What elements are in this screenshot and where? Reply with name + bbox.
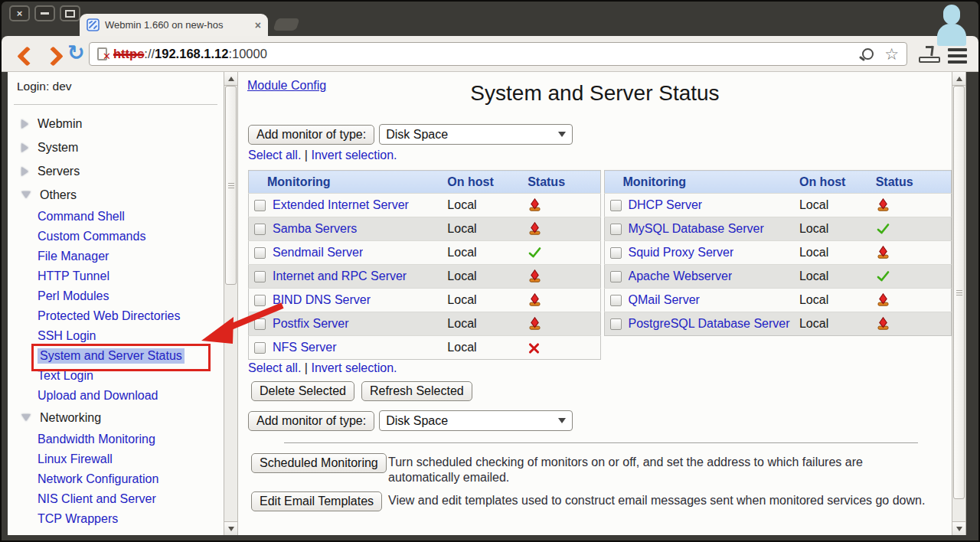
monitor-link-postgresql-database-server[interactable]: PostgreSQL Database Server — [629, 317, 790, 331]
window-close-button[interactable]: × — [9, 5, 30, 21]
row-checkbox[interactable] — [610, 247, 622, 259]
window-maximize-button[interactable] — [60, 5, 80, 21]
sidebar-category-servers[interactable]: Servers — [8, 159, 224, 183]
sidebar-item-linux-firewall[interactable]: Linux Firewall — [8, 449, 224, 469]
content-scrollbar[interactable] — [952, 72, 966, 535]
status-up-icon[interactable] — [876, 222, 890, 236]
url-port: :10000 — [228, 47, 266, 61]
sidebar-category-webmin[interactable]: Webmin — [8, 112, 224, 136]
magnifier-icon[interactable] — [862, 48, 874, 60]
scheduled-monitoring-button[interactable]: Scheduled Monitoring — [251, 453, 387, 473]
monitor-link-postfix-server[interactable]: Postfix Server — [273, 317, 349, 331]
status-down-icon[interactable] — [876, 293, 890, 307]
monitor-link-samba-servers[interactable]: Samba Servers — [273, 222, 357, 236]
sidebar-item-label: Upload and Download — [38, 389, 158, 403]
monitor-link-dhcp-server[interactable]: DHCP Server — [629, 198, 703, 212]
status-up-icon[interactable] — [528, 246, 542, 260]
row-checkbox[interactable] — [254, 247, 266, 259]
monitor-link-apache-webserver[interactable]: Apache Webserver — [629, 269, 733, 283]
monitor-link-mysql-database-server[interactable]: MySQL Database Server — [629, 222, 764, 236]
sidebar-item-bandwidth-monitoring[interactable]: Bandwidth Monitoring — [8, 429, 224, 449]
status-down-icon[interactable] — [528, 317, 542, 331]
row-checkbox[interactable] — [610, 295, 622, 306]
sidebar-item-protected-web-directories[interactable]: Protected Web Directories — [8, 306, 224, 326]
status-down-icon[interactable] — [528, 198, 542, 212]
triangle-up-icon — [228, 77, 234, 81]
table-row: Extended Internet ServerLocal — [249, 194, 601, 217]
tab-close-icon[interactable]: × — [255, 20, 261, 31]
row-checkbox[interactable] — [610, 318, 622, 330]
monitor-link-sendmail-server[interactable]: Sendmail Server — [273, 246, 363, 260]
delete-selected-button[interactable]: Delete Selected — [251, 381, 354, 401]
status-down-icon[interactable] — [876, 246, 890, 260]
sidebar-category-system[interactable]: System — [8, 136, 224, 159]
select-all-link[interactable]: Select all. — [248, 149, 301, 162]
sidebar-item-file-manager[interactable]: File Manager — [8, 247, 224, 266]
sidebar-category-others[interactable]: Others — [8, 183, 224, 207]
status-down-icon[interactable] — [528, 222, 542, 236]
sidebar-item-label: Network Configuration — [38, 472, 158, 486]
refresh-selected-button[interactable]: Refresh Selected — [361, 381, 472, 401]
scroll-down-button[interactable] — [224, 521, 237, 535]
scrollbar-thumb[interactable] — [953, 86, 965, 499]
scrollbar-thumb[interactable] — [225, 86, 237, 285]
sidebar-item-label: HTTP Tunnel — [38, 269, 109, 283]
monitor-type-select[interactable]: Disk Space — [379, 410, 573, 431]
monitor-link-nfs-server[interactable]: NFS Server — [273, 341, 337, 354]
url-bar[interactable]: ✕ https :// 192.168.1.12 :10000 ☆ — [89, 42, 907, 66]
status-down-icon[interactable] — [876, 198, 890, 212]
user-avatar[interactable] — [937, 5, 966, 46]
scroll-up-button[interactable] — [952, 72, 965, 86]
monitor-link-extended-internet-server[interactable]: Extended Internet Server — [273, 198, 409, 212]
sidebar-item-network-configuration[interactable]: Network Configuration — [8, 469, 224, 489]
status-error-icon[interactable] — [528, 342, 541, 354]
sidebar-item-tcp-wrappers[interactable]: TCP Wrappers — [8, 509, 224, 529]
sidebar-item-perl-modules[interactable]: Perl Modules — [8, 286, 224, 306]
link-separator: | — [305, 361, 308, 374]
monitor-link-squid-proxy-server[interactable]: Squid Proxy Server — [629, 246, 734, 260]
new-tab-button[interactable] — [273, 18, 299, 31]
monitor-type-select[interactable]: Disk Space — [379, 124, 573, 145]
monitor-link-internet-and-rpc-server[interactable]: Internet and RPC Server — [273, 269, 407, 283]
invert-selection-link[interactable]: Invert selection. — [311, 149, 397, 162]
sidebar-category-hardware[interactable]: Hardware — [8, 529, 224, 535]
row-checkbox[interactable] — [254, 318, 266, 330]
bookmark-star-icon[interactable]: ☆ — [884, 46, 899, 62]
sidebar-item-http-tunnel[interactable]: HTTP Tunnel — [8, 266, 224, 286]
monitor-link-bind-dns-server[interactable]: BIND DNS Server — [273, 293, 371, 307]
sidebar-item-label: Bandwidth Monitoring — [38, 433, 155, 446]
browser-menu-button[interactable] — [948, 48, 967, 67]
scroll-down-button[interactable] — [952, 521, 965, 535]
window-minimize-button[interactable] — [34, 5, 55, 21]
scroll-up-button[interactable] — [224, 72, 237, 86]
row-checkbox[interactable] — [254, 200, 266, 211]
invert-selection-link[interactable]: Invert selection. — [311, 361, 397, 374]
sidebar-scrollbar[interactable] — [224, 72, 238, 535]
row-checkbox[interactable] — [254, 295, 266, 306]
sidebar-category-networking[interactable]: Networking — [8, 406, 224, 429]
row-checkbox[interactable] — [610, 224, 622, 235]
row-checkbox[interactable] — [254, 271, 266, 282]
row-checkbox[interactable] — [254, 224, 266, 235]
sidebar-item-nis-client-and-server[interactable]: NIS Client and Server — [8, 489, 224, 509]
status-down-icon[interactable] — [876, 317, 890, 331]
monitor-link-qmail-server[interactable]: QMail Server — [629, 293, 700, 307]
add-monitor-button[interactable]: Add monitor of type: — [248, 125, 374, 145]
row-checkbox[interactable] — [610, 271, 622, 282]
status-up-icon[interactable] — [876, 269, 890, 283]
sidebar-item-custom-commands[interactable]: Custom Commands — [8, 227, 224, 247]
edit-email-templates-button[interactable]: Edit Email Templates — [251, 491, 382, 511]
refresh-button[interactable]: ↻ — [67, 41, 85, 64]
status-down-icon[interactable] — [528, 269, 542, 283]
browser-tab[interactable]: Webmin 1.660 on new-hos × — [80, 14, 268, 36]
sidebar-item-upload-and-download[interactable]: Upload and Download — [8, 386, 224, 406]
status-down-icon[interactable] — [528, 293, 542, 307]
select-all-link[interactable]: Select all. — [248, 361, 301, 374]
add-monitor-button[interactable]: Add monitor of type: — [248, 411, 374, 431]
host-cell: Local — [799, 217, 876, 241]
sidebar-item-command-shell[interactable]: Command Shell — [8, 207, 224, 227]
table-row: PostgreSQL Database ServerLocal — [604, 312, 952, 336]
download-indicator-icon[interactable] — [919, 46, 942, 66]
row-checkbox[interactable] — [610, 200, 622, 211]
row-checkbox[interactable] — [254, 342, 266, 354]
